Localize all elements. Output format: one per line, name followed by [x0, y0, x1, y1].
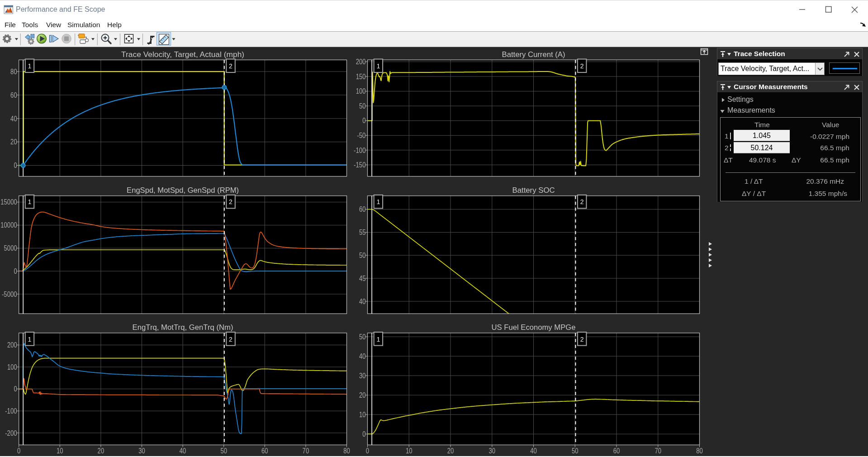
svg-text:60: 60: [10, 91, 17, 99]
svg-text:20: 20: [10, 138, 17, 146]
svg-text:1: 1: [28, 336, 32, 343]
svg-text:-200: -200: [5, 429, 17, 437]
svg-text:40: 40: [10, 115, 17, 123]
svg-text:100: 100: [7, 363, 17, 371]
svg-text:30: 30: [138, 447, 145, 455]
svg-text:60: 60: [613, 447, 620, 455]
svg-text:10: 10: [359, 411, 366, 419]
svg-text:100: 100: [356, 87, 366, 95]
svg-text:20: 20: [447, 447, 454, 455]
svg-text:10: 10: [406, 447, 413, 455]
svg-text:Trace Velocity, Target, Actual: Trace Velocity, Target, Actual (mph): [121, 50, 244, 59]
svg-text:0: 0: [14, 162, 17, 169]
svg-text:50: 50: [359, 102, 366, 110]
svg-text:45: 45: [359, 275, 366, 282]
svg-text:-100: -100: [354, 147, 366, 154]
svg-text:80: 80: [10, 68, 17, 76]
svg-text:-100: -100: [5, 407, 17, 415]
svg-text:20: 20: [359, 391, 366, 399]
svg-text:50: 50: [359, 333, 366, 341]
svg-text:-5000: -5000: [2, 290, 17, 298]
svg-text:10000: 10000: [0, 221, 17, 229]
svg-text:-150: -150: [354, 161, 366, 169]
svg-text:50: 50: [220, 447, 227, 455]
svg-text:2: 2: [580, 62, 584, 70]
svg-text:40: 40: [530, 447, 537, 455]
svg-text:80: 80: [696, 447, 703, 455]
svg-text:40: 40: [359, 352, 366, 360]
svg-text:60: 60: [261, 447, 268, 455]
svg-text:2: 2: [580, 336, 584, 343]
svg-text:70: 70: [303, 447, 309, 455]
svg-text:40: 40: [359, 298, 366, 305]
svg-text:1: 1: [376, 62, 380, 70]
svg-text:EngSpd, MotSpd, GenSpd (RPM): EngSpd, MotSpd, GenSpd (RPM): [127, 186, 239, 195]
svg-text:200: 200: [7, 341, 17, 349]
svg-text:1: 1: [28, 198, 32, 205]
svg-text:20: 20: [98, 447, 104, 455]
svg-text:0: 0: [362, 117, 365, 124]
svg-text:0: 0: [14, 267, 17, 275]
svg-text:40: 40: [180, 447, 186, 455]
svg-text:0: 0: [14, 385, 17, 393]
svg-text:EngTrq, MotTrq, GenTrq (Nm): EngTrq, MotTrq, GenTrq (Nm): [133, 323, 233, 332]
svg-text:Battery Current (A): Battery Current (A): [502, 50, 565, 59]
svg-text:200: 200: [356, 58, 366, 66]
svg-text:1: 1: [28, 62, 32, 70]
svg-text:2: 2: [229, 198, 232, 205]
svg-text:2: 2: [229, 336, 232, 343]
svg-text:150: 150: [356, 73, 366, 81]
svg-text:30: 30: [489, 447, 496, 455]
svg-text:50: 50: [572, 447, 579, 455]
svg-text:60: 60: [359, 205, 366, 213]
svg-text:1: 1: [376, 198, 380, 205]
svg-text:50: 50: [359, 252, 366, 259]
svg-text:0: 0: [366, 447, 369, 455]
svg-text:70: 70: [655, 447, 662, 455]
svg-text:5000: 5000: [4, 244, 17, 252]
svg-text:Battery SOC: Battery SOC: [512, 186, 555, 195]
svg-text:0: 0: [17, 447, 20, 455]
svg-text:-50: -50: [357, 132, 365, 139]
svg-text:80: 80: [343, 447, 350, 455]
svg-text:2: 2: [580, 198, 584, 205]
svg-text:15000: 15000: [0, 198, 17, 206]
svg-text:30: 30: [359, 372, 366, 380]
svg-text:1: 1: [376, 336, 380, 343]
svg-text:2: 2: [229, 62, 232, 70]
svg-text:US Fuel Economy MPGe: US Fuel Economy MPGe: [492, 323, 576, 332]
svg-text:10: 10: [57, 447, 63, 455]
svg-text:55: 55: [359, 228, 366, 236]
svg-text:0: 0: [362, 430, 365, 438]
